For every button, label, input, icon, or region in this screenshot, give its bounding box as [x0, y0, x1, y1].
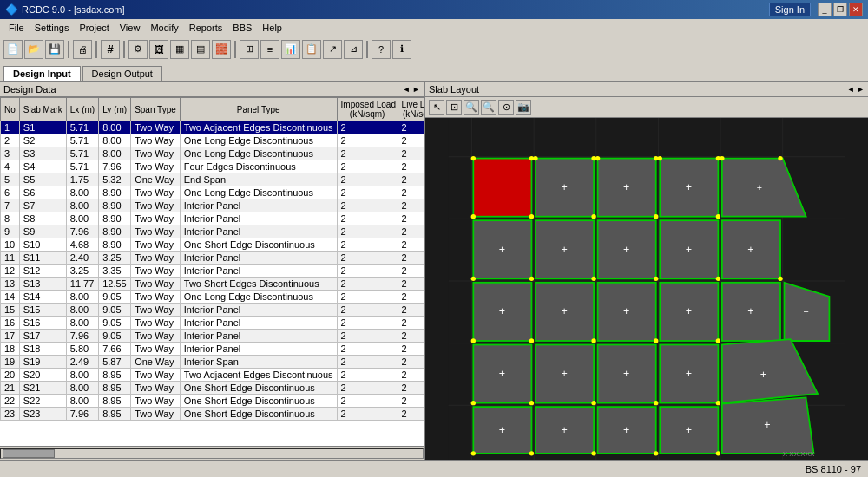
right-panel: Slab Layout ◄ ► ↖ ⊡ 🔍 🔍 ⊙ 📷	[425, 82, 868, 460]
tab-design-output[interactable]: Design Output	[82, 66, 162, 81]
toolbar-settings[interactable]: ⚙	[128, 40, 148, 59]
toolbar-filter[interactable]: ⊿	[344, 40, 363, 59]
toolbar-open[interactable]: 📂	[24, 40, 43, 59]
table-row[interactable]: 8S88.008.90Two WayInterior Panel22	[1, 212, 424, 225]
close-button[interactable]: ✕	[849, 3, 863, 16]
right-panel-title: Slab Layout	[429, 84, 479, 95]
menu-help[interactable]: Help	[257, 21, 287, 35]
svg-text:+: +	[686, 181, 692, 193]
table-row[interactable]: 12S123.253.35Two WayInterior Panel22	[1, 265, 424, 278]
cell-1: S12	[19, 265, 66, 278]
cell-0: 3	[1, 147, 20, 160]
table-row[interactable]: 20S208.008.95Two WayTwo Adjacent Edges D…	[1, 369, 424, 382]
svg-text:+: +	[747, 305, 753, 317]
toolbar-brick[interactable]: 🧱	[212, 40, 231, 59]
table-row[interactable]: 1S15.718.00Two WayTwo Adjacent Edges Dis…	[1, 121, 424, 134]
cell-7: 2	[398, 330, 424, 343]
table-row[interactable]: 4S45.717.96Two WayFour Edges Discontinuo…	[1, 160, 424, 173]
svg-point-92	[654, 401, 658, 405]
toolbar-save[interactable]: 💾	[45, 40, 64, 59]
tab-design-input[interactable]: Design Input	[3, 66, 81, 81]
menu-bbs[interactable]: BBS	[227, 21, 257, 35]
slab-zoom-reset-btn[interactable]: ⊙	[498, 100, 514, 115]
table-row[interactable]: 19S192.495.87One WayInterior Span22	[1, 356, 424, 369]
cell-0: 5	[1, 173, 20, 186]
svg-point-76	[654, 214, 658, 219]
toolbar-calc[interactable]: ≡	[260, 40, 279, 59]
cell-3: 8.95	[99, 369, 131, 382]
cell-5: One Short Edge Discontinuous	[180, 238, 337, 252]
table-container[interactable]: No Slab Mark Lx (m) Ly (m) Span Type Pan…	[0, 97, 424, 446]
cell-7: 2	[398, 317, 424, 330]
table-row[interactable]: 14S148.009.05Two WayOne Long Edge Discon…	[1, 291, 424, 304]
slab-zoom-in-btn[interactable]: 🔍	[464, 100, 479, 115]
table-row[interactable]: 5S51.755.32One WayEnd Span22	[1, 173, 424, 186]
toolbar-report[interactable]: 📋	[302, 40, 321, 59]
table-row[interactable]: 9S97.968.90Two WayInterior Panel22	[1, 225, 424, 238]
table-row[interactable]: 13S1311.7712.55Two WayTwo Short Edges Di…	[1, 278, 424, 291]
cell-2: 8.00	[66, 304, 98, 317]
toolbar-table[interactable]: ⊞	[240, 40, 259, 59]
cell-1: S8	[19, 212, 66, 225]
table-row[interactable]: 2S25.718.00Two WayOne Long Edge Disconti…	[1, 134, 424, 147]
table-row[interactable]: 21S218.008.95Two WayOne Short Edge Disco…	[1, 382, 424, 395]
table-row[interactable]: 10S104.688.90Two WayOne Short Edge Disco…	[1, 238, 424, 252]
cell-4: Two Way	[131, 186, 181, 199]
svg-point-73	[471, 214, 476, 219]
table-row[interactable]: 3S35.718.00Two WayOne Long Edge Disconti…	[1, 147, 424, 160]
toolbar-export[interactable]: ↗	[323, 40, 342, 59]
table-body: 1S15.718.00Two WayTwo Adjacent Edges Dis…	[1, 121, 424, 421]
toolbar-help[interactable]: ?	[372, 40, 391, 59]
sign-in-label[interactable]: Sign In	[769, 3, 811, 16]
restore-button[interactable]: ❐	[833, 3, 847, 16]
toolbar-chart[interactable]: 📊	[281, 40, 300, 59]
cell-0: 14	[1, 291, 20, 304]
cell-5: Two Short Edges Discontinuous	[180, 278, 337, 291]
cell-6: 2	[337, 395, 398, 408]
cell-6: 2	[337, 382, 398, 395]
slab-cursor-btn[interactable]: ↖	[429, 100, 444, 115]
menu-modify[interactable]: Modify	[145, 21, 183, 35]
menu-project[interactable]: Project	[74, 21, 114, 35]
toolbar-info[interactable]: ℹ	[392, 40, 411, 59]
menu-file[interactable]: File	[3, 21, 30, 35]
svg-text:+: +	[561, 368, 567, 380]
cell-5: Interior Panel	[180, 212, 337, 225]
cell-6: 2	[337, 408, 398, 421]
slab-camera-btn[interactable]: 📷	[516, 100, 531, 115]
table-row[interactable]: 17S177.969.05Two WayInterior Panel22	[1, 330, 424, 343]
table-row[interactable]: 23S237.968.95Two WayOne Short Edge Disco…	[1, 408, 424, 421]
toolbar-image[interactable]: 🖼	[149, 40, 168, 59]
table-row[interactable]: 7S78.008.90Two WayInterior Panel22	[1, 199, 424, 212]
cell-3: 8.90	[99, 225, 131, 238]
menu-settings[interactable]: Settings	[30, 21, 75, 35]
toolbar-print[interactable]: 🖨	[73, 40, 92, 59]
table-row[interactable]: 11S112.403.25Two WayInterior Panel22	[1, 252, 424, 265]
horizontal-scroll[interactable]	[0, 446, 424, 460]
table-row[interactable]: 15S158.009.05Two WayInterior Panel22	[1, 304, 424, 317]
svg-text:+: +	[561, 424, 567, 436]
table-row[interactable]: 22S228.008.95Two WayOne Short Edge Disco…	[1, 395, 424, 408]
menu-reports[interactable]: Reports	[184, 21, 228, 35]
toolbar-new[interactable]: 📄	[3, 40, 23, 59]
cell-2: 1.75	[66, 173, 98, 186]
slab-zoom-fit-btn[interactable]: ⊡	[446, 100, 462, 115]
toolbar-hash[interactable]: #	[101, 40, 120, 59]
right-panel-nav[interactable]: ◄ ►	[847, 85, 865, 94]
cell-7: 2	[398, 173, 424, 186]
cell-3: 9.05	[99, 304, 131, 317]
toolbar-layers2[interactable]: ▤	[191, 40, 210, 59]
svg-point-72	[778, 156, 782, 160]
toolbar-layers[interactable]: ▦	[170, 40, 189, 59]
cell-3: 8.00	[99, 121, 131, 134]
table-row[interactable]: 16S168.009.05Two WayInterior Panel22	[1, 317, 424, 330]
slab-zoom-out-btn[interactable]: 🔍	[481, 100, 496, 115]
left-panel-nav[interactable]: ◄ ►	[403, 85, 420, 94]
svg-text:+: +	[499, 368, 505, 380]
table-row[interactable]: 6S68.008.90Two WayOne Long Edge Disconti…	[1, 186, 424, 199]
minimize-button[interactable]: _	[818, 3, 832, 16]
table-row[interactable]: 18S185.807.66Two WayInterior Panel22	[1, 343, 424, 356]
svg-text:+: +	[686, 305, 692, 317]
svg-text:+: +	[747, 244, 753, 256]
menu-view[interactable]: View	[115, 21, 146, 35]
